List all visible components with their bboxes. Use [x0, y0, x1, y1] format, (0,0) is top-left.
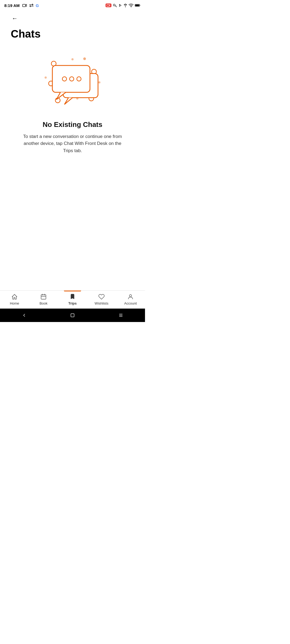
wishlists-icon	[98, 293, 105, 300]
battery-icon	[135, 4, 141, 7]
svg-rect-18	[52, 65, 90, 92]
bottom-nav: Home Book Trips Wishlists	[0, 290, 145, 309]
nav-item-trips[interactable]: Trips	[58, 291, 87, 306]
bluetooth-icon	[118, 3, 122, 8]
home-nav-label: Home	[10, 301, 19, 305]
svg-point-13	[71, 58, 74, 60]
svg-point-3	[131, 7, 131, 7]
account-icon	[127, 293, 134, 300]
trips-nav-label: Trips	[68, 301, 77, 305]
g-logo: G	[36, 3, 39, 8]
svg-point-16	[45, 76, 47, 79]
nav-item-home[interactable]: Home	[0, 291, 29, 306]
back-button[interactable]: ←	[11, 14, 19, 23]
recents-sys-button[interactable]	[118, 313, 123, 318]
book-icon	[40, 293, 47, 300]
camera-active-badge	[106, 3, 111, 7]
nav-item-wishlists[interactable]: Wishlists	[87, 291, 116, 306]
svg-point-7	[83, 57, 86, 60]
video-icon	[22, 4, 27, 7]
book-nav-label: Book	[39, 301, 48, 305]
status-bar-right	[106, 3, 141, 8]
page-title-container: Chats	[0, 25, 145, 45]
wishlists-nav-label: Wishlists	[95, 301, 108, 305]
svg-rect-0	[23, 4, 26, 7]
top-nav: ←	[0, 11, 145, 25]
svg-point-2	[113, 4, 115, 6]
svg-rect-22	[41, 295, 46, 299]
nav-item-account[interactable]: Account	[116, 291, 145, 306]
svg-rect-5	[135, 5, 139, 6]
page-title: Chats	[11, 28, 134, 40]
svg-point-23	[129, 295, 132, 297]
home-icon	[11, 293, 18, 300]
status-icons-left: G	[21, 3, 39, 8]
empty-state-title: No Existing Chats	[43, 120, 102, 129]
wifi-icon	[129, 3, 133, 7]
empty-state-description: To start a new conversation or continue …	[19, 133, 126, 154]
status-time: 8:19 AM	[4, 3, 20, 8]
status-bar: 8:19 AM G	[0, 0, 145, 11]
nav-item-book[interactable]: Book	[29, 291, 58, 306]
system-nav	[0, 309, 145, 322]
trips-icon	[69, 293, 76, 300]
back-sys-button[interactable]	[22, 313, 27, 318]
main-content: No Existing Chats To start a new convers…	[0, 45, 145, 290]
key-icon	[113, 3, 117, 8]
svg-point-15	[98, 81, 100, 83]
svg-rect-1	[107, 5, 109, 6]
location-icon	[124, 3, 127, 8]
exchange-icon	[29, 3, 34, 7]
trips-active-indicator	[64, 291, 81, 291]
chat-illustration	[38, 53, 107, 112]
svg-rect-24	[71, 314, 74, 317]
account-nav-label: Account	[124, 301, 137, 305]
home-sys-button[interactable]	[70, 313, 75, 318]
